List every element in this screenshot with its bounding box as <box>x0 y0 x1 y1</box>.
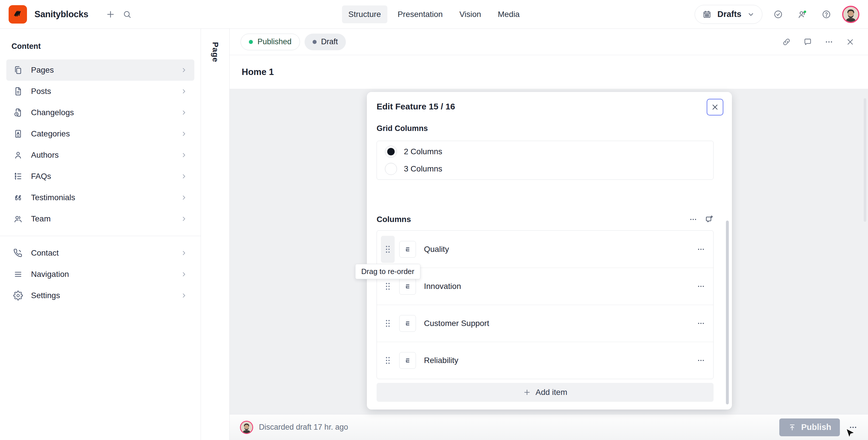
tab-media[interactable]: Media <box>491 5 526 23</box>
content-sidebar: Content Pages Posts Changelogs Categorie… <box>0 29 201 440</box>
item-menu-button[interactable] <box>696 245 705 254</box>
phone-icon <box>13 248 23 258</box>
collaborators-button[interactable] <box>794 6 811 23</box>
columns-header-actions <box>689 215 714 224</box>
releases-drafts-button[interactable]: Drafts <box>694 5 763 24</box>
comment-icon <box>803 37 812 47</box>
sanity-logo[interactable] <box>9 5 27 24</box>
sidebar-item-navigation[interactable]: Navigation <box>6 264 194 285</box>
sidebar-item-contact[interactable]: Contact <box>6 242 194 264</box>
document-a-icon <box>13 129 23 139</box>
mouse-cursor <box>846 428 856 439</box>
avatar-photo <box>241 421 252 433</box>
radio-unselected-icon[interactable] <box>385 163 397 175</box>
app-window: Sanityblocks Structure Presentation Visi… <box>0 0 868 440</box>
sidebar-item-posts[interactable]: Posts <box>6 81 194 102</box>
help-button[interactable] <box>818 6 835 23</box>
drag-tooltip: Drag to re-order <box>355 264 421 279</box>
sidebar-item-label: Pages <box>31 65 54 75</box>
search-button[interactable] <box>119 6 135 23</box>
sidebar-item-authors[interactable]: Authors <box>6 144 194 166</box>
page-strip-tab[interactable]: Page <box>201 29 229 440</box>
dialog-close-button[interactable] <box>707 99 723 115</box>
pane-menu-button[interactable] <box>822 35 836 49</box>
sidebar-item-pages[interactable]: Pages <box>6 59 194 81</box>
add-comment-icon[interactable] <box>704 215 714 224</box>
sidebar-item-categories[interactable]: Categories <box>6 123 194 144</box>
column-row-reliability[interactable]: Reliability <box>377 342 713 379</box>
editor-backdrop: Edit Feature 15 / 16 Grid Columns 2 Colu… <box>229 89 868 414</box>
item-preview-button[interactable] <box>399 278 416 295</box>
sidebar-item-label: Posts <box>31 87 51 96</box>
chevron-right-icon <box>181 130 187 137</box>
radio-selected-icon[interactable] <box>385 146 397 158</box>
new-document-button[interactable] <box>102 6 119 23</box>
column-row-quality[interactable]: Drag to re-order Quality <box>377 231 713 268</box>
sidebar-item-settings[interactable]: Settings <box>6 285 194 306</box>
publish-upload-icon <box>788 423 797 432</box>
item-menu-button[interactable] <box>696 319 705 328</box>
item-menu-button[interactable] <box>696 356 705 365</box>
chevron-right-icon <box>181 215 187 222</box>
sidebar-item-team[interactable]: Team <box>6 208 194 230</box>
footer-status-text: Discarded draft 17 hr. ago <box>259 423 348 432</box>
chevron-right-icon <box>181 152 187 158</box>
sidebar-item-changelogs[interactable]: Changelogs <box>6 102 194 123</box>
tab-vision[interactable]: Vision <box>453 5 487 23</box>
drag-handle[interactable] <box>381 310 395 337</box>
column-row-customer-support[interactable]: Customer Support <box>377 305 713 342</box>
published-chip[interactable]: Published <box>241 34 300 50</box>
column-row-innovation[interactable]: Innovation <box>377 268 713 305</box>
item-preview-button[interactable] <box>399 315 416 332</box>
drag-wrap: Drag to re-order <box>381 236 395 263</box>
pane-scrollbar[interactable] <box>864 98 866 222</box>
chevron-right-icon <box>181 109 187 116</box>
radio-option-label: 2 Columns <box>404 147 442 156</box>
drag-handle[interactable] <box>381 347 395 374</box>
ordered-list-icon <box>13 172 23 181</box>
item-preview-button[interactable] <box>399 241 416 258</box>
item-preview-button[interactable] <box>399 352 416 369</box>
publish-button[interactable]: Publish <box>779 418 840 436</box>
chevron-right-icon <box>181 173 187 180</box>
grid-columns-radio-group: 2 Columns 3 Columns <box>377 141 714 180</box>
sidebar-item-label: Team <box>31 214 51 224</box>
menu-icon <box>13 269 23 279</box>
dialog-title: Edit Feature 15 / 16 <box>377 102 455 112</box>
sidebar-divider <box>0 236 200 236</box>
publish-button-label: Publish <box>801 422 831 432</box>
field-menu-button[interactable] <box>689 215 698 224</box>
copy-link-button[interactable] <box>780 35 794 49</box>
published-chip-label: Published <box>257 37 291 46</box>
pane-actions <box>780 35 857 49</box>
radio-option-3-columns[interactable]: 3 Columns <box>385 163 705 175</box>
draft-chip[interactable]: Draft <box>305 34 346 50</box>
dialog-scrollbar[interactable] <box>726 221 729 404</box>
chevron-right-icon <box>181 292 187 299</box>
sidebar-item-testimonials[interactable]: Testimonials <box>6 187 194 208</box>
drag-handle[interactable] <box>381 236 395 263</box>
radio-option-2-columns[interactable]: 2 Columns <box>385 146 705 158</box>
tasks-button[interactable] <box>770 6 786 23</box>
comments-button[interactable] <box>801 35 815 49</box>
drafts-label: Drafts <box>717 9 741 19</box>
chevron-right-icon <box>181 88 187 95</box>
chevron-right-icon <box>181 250 187 257</box>
workspace-tabs: Structure Presentation Vision Media <box>342 5 526 23</box>
close-icon <box>711 103 719 112</box>
item-label: Innovation <box>424 282 461 291</box>
user-avatar[interactable] <box>842 6 859 23</box>
sidebar-item-label: FAQs <box>31 172 51 181</box>
link-icon <box>782 37 791 47</box>
tab-presentation[interactable]: Presentation <box>391 5 449 23</box>
add-item-button[interactable]: Add item <box>377 383 714 402</box>
radio-option-label: 3 Columns <box>404 164 442 174</box>
user-icon <box>13 150 23 160</box>
tab-structure[interactable]: Structure <box>342 5 388 23</box>
columns-section-header: Columns <box>377 215 714 224</box>
app-title: Sanityblocks <box>34 9 88 20</box>
sidebar-item-faqs[interactable]: FAQs <box>6 166 194 187</box>
close-pane-button[interactable] <box>843 35 857 49</box>
item-menu-button[interactable] <box>696 282 705 291</box>
top-bar: Sanityblocks Structure Presentation Visi… <box>0 0 868 29</box>
